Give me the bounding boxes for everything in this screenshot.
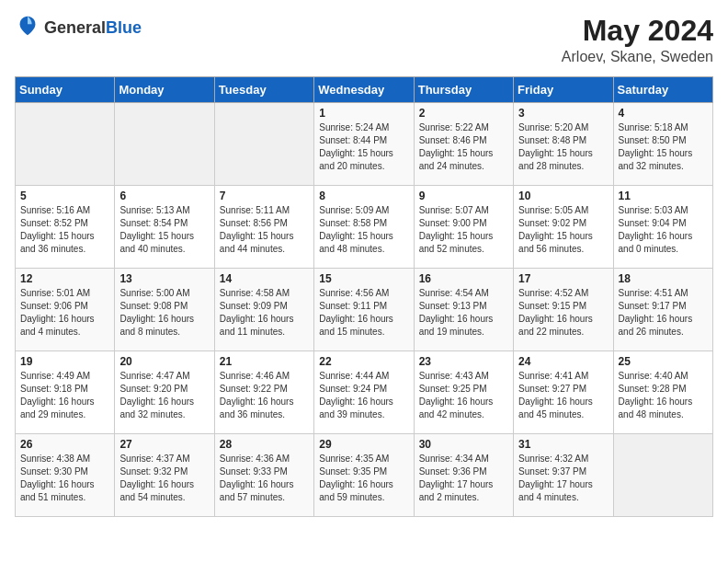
day-number: 8 (319, 190, 408, 202)
day-number: 9 (419, 190, 508, 202)
calendar-cell: 6Sunrise: 5:13 AM Sunset: 8:54 PM Daylig… (115, 186, 214, 269)
day-info: Sunrise: 4:47 AM Sunset: 9:20 PM Dayligh… (119, 370, 209, 421)
day-info: Sunrise: 4:54 AM Sunset: 9:13 PM Dayligh… (419, 287, 508, 339)
day-number: 25 (619, 355, 708, 368)
title-block: May 2024 Arloev, Skane, Sweden (562, 15, 713, 65)
day-info: Sunrise: 4:46 AM Sunset: 9:22 PM Dayligh… (220, 370, 309, 421)
calendar-cell: 29Sunrise: 4:35 AM Sunset: 9:35 PM Dayli… (314, 434, 414, 517)
day-number: 13 (119, 272, 209, 285)
day-number: 23 (419, 355, 508, 368)
calendar-cell: 16Sunrise: 4:54 AM Sunset: 9:13 PM Dayli… (414, 269, 513, 351)
logo: GeneralBlue (15, 15, 142, 40)
calendar-cell: 24Sunrise: 4:41 AM Sunset: 9:27 PM Dayli… (514, 351, 613, 434)
day-number: 7 (220, 190, 309, 202)
day-info: Sunrise: 5:09 AM Sunset: 8:58 PM Dayligh… (319, 204, 408, 256)
location-title: Arloev, Skane, Sweden (562, 49, 713, 65)
logo-icon (15, 13, 40, 39)
day-info: Sunrise: 4:40 AM Sunset: 9:28 PM Dayligh… (619, 370, 708, 421)
calendar-cell: 5Sunrise: 5:16 AM Sunset: 8:52 PM Daylig… (16, 186, 115, 269)
day-info: Sunrise: 4:38 AM Sunset: 9:30 PM Dayligh… (20, 453, 109, 504)
day-number: 26 (20, 438, 109, 451)
calendar-cell: 3Sunrise: 5:20 AM Sunset: 8:48 PM Daylig… (514, 103, 613, 186)
calendar-cell: 15Sunrise: 4:56 AM Sunset: 9:11 PM Dayli… (314, 269, 414, 351)
calendar-week-row: 19Sunrise: 4:49 AM Sunset: 9:18 PM Dayli… (16, 351, 713, 434)
day-number: 19 (20, 355, 109, 368)
month-title: May 2024 (562, 15, 713, 47)
calendar-cell: 23Sunrise: 4:43 AM Sunset: 9:25 PM Dayli… (414, 351, 513, 434)
day-info: Sunrise: 4:37 AM Sunset: 9:32 PM Dayligh… (119, 453, 209, 504)
day-number: 20 (119, 355, 209, 368)
calendar-cell: 1Sunrise: 5:24 AM Sunset: 8:44 PM Daylig… (314, 103, 414, 186)
calendar-cell (16, 103, 115, 186)
calendar-cell: 7Sunrise: 5:11 AM Sunset: 8:56 PM Daylig… (214, 186, 313, 269)
calendar-cell: 20Sunrise: 4:47 AM Sunset: 9:20 PM Dayli… (115, 351, 214, 434)
day-info: Sunrise: 4:44 AM Sunset: 9:24 PM Dayligh… (319, 370, 408, 421)
day-number: 4 (619, 107, 708, 120)
calendar-cell: 4Sunrise: 5:18 AM Sunset: 8:50 PM Daylig… (613, 103, 712, 186)
day-info: Sunrise: 5:24 AM Sunset: 8:44 PM Dayligh… (319, 121, 408, 173)
calendar-cell (613, 434, 712, 517)
calendar-cell: 22Sunrise: 4:44 AM Sunset: 9:24 PM Dayli… (314, 351, 414, 434)
day-info: Sunrise: 4:56 AM Sunset: 9:11 PM Dayligh… (319, 287, 408, 339)
weekday-header-cell: Saturday (613, 77, 712, 103)
day-number: 14 (220, 272, 309, 285)
day-number: 22 (319, 355, 408, 368)
calendar-cell: 2Sunrise: 5:22 AM Sunset: 8:46 PM Daylig… (414, 103, 513, 186)
calendar-cell: 11Sunrise: 5:03 AM Sunset: 9:04 PM Dayli… (613, 186, 712, 269)
calendar-week-row: 26Sunrise: 4:38 AM Sunset: 9:30 PM Dayli… (16, 434, 713, 517)
day-info: Sunrise: 5:00 AM Sunset: 9:08 PM Dayligh… (119, 287, 209, 339)
calendar-cell: 31Sunrise: 4:32 AM Sunset: 9:37 PM Dayli… (514, 434, 613, 517)
calendar-body: 1Sunrise: 5:24 AM Sunset: 8:44 PM Daylig… (16, 103, 713, 517)
day-info: Sunrise: 4:36 AM Sunset: 9:33 PM Dayligh… (220, 453, 309, 504)
day-info: Sunrise: 5:22 AM Sunset: 8:46 PM Dayligh… (419, 121, 508, 173)
calendar-cell: 25Sunrise: 4:40 AM Sunset: 9:28 PM Dayli… (613, 351, 712, 434)
calendar-cell: 30Sunrise: 4:34 AM Sunset: 9:36 PM Dayli… (414, 434, 513, 517)
weekday-header-cell: Thursday (414, 77, 513, 103)
day-info: Sunrise: 5:18 AM Sunset: 8:50 PM Dayligh… (619, 121, 708, 173)
weekday-header-cell: Sunday (16, 77, 115, 103)
day-info: Sunrise: 4:34 AM Sunset: 9:36 PM Dayligh… (419, 453, 508, 504)
calendar-cell: 10Sunrise: 5:05 AM Sunset: 9:02 PM Dayli… (514, 186, 613, 269)
day-info: Sunrise: 4:35 AM Sunset: 9:35 PM Dayligh… (319, 453, 408, 504)
calendar-cell (115, 103, 214, 186)
day-info: Sunrise: 4:43 AM Sunset: 9:25 PM Dayligh… (419, 370, 508, 421)
day-number: 30 (419, 438, 508, 451)
day-info: Sunrise: 5:07 AM Sunset: 9:00 PM Dayligh… (419, 204, 508, 256)
day-number: 17 (518, 272, 608, 285)
logo-general-text: General (44, 18, 106, 37)
day-number: 29 (319, 438, 408, 451)
calendar-week-row: 12Sunrise: 5:01 AM Sunset: 9:06 PM Dayli… (16, 269, 713, 351)
weekday-header-cell: Monday (115, 77, 214, 103)
day-info: Sunrise: 4:52 AM Sunset: 9:15 PM Dayligh… (518, 287, 608, 339)
weekday-header-row: SundayMondayTuesdayWednesdayThursdayFrid… (16, 77, 713, 103)
calendar-cell: 14Sunrise: 4:58 AM Sunset: 9:09 PM Dayli… (214, 269, 313, 351)
calendar-week-row: 1Sunrise: 5:24 AM Sunset: 8:44 PM Daylig… (16, 103, 713, 186)
calendar-cell: 26Sunrise: 4:38 AM Sunset: 9:30 PM Dayli… (16, 434, 115, 517)
day-info: Sunrise: 5:11 AM Sunset: 8:56 PM Dayligh… (220, 204, 309, 256)
calendar-cell: 9Sunrise: 5:07 AM Sunset: 9:00 PM Daylig… (414, 186, 513, 269)
day-number: 24 (518, 355, 608, 368)
day-number: 6 (119, 190, 209, 202)
day-number: 2 (419, 107, 508, 120)
day-number: 11 (619, 190, 708, 202)
day-number: 21 (220, 355, 309, 368)
calendar-cell: 18Sunrise: 4:51 AM Sunset: 9:17 PM Dayli… (613, 269, 712, 351)
day-info: Sunrise: 4:58 AM Sunset: 9:09 PM Dayligh… (220, 287, 309, 339)
day-number: 5 (20, 190, 109, 202)
weekday-header-cell: Tuesday (214, 77, 313, 103)
weekday-header-cell: Wednesday (314, 77, 414, 103)
day-info: Sunrise: 5:05 AM Sunset: 9:02 PM Dayligh… (518, 204, 608, 256)
calendar-cell: 21Sunrise: 4:46 AM Sunset: 9:22 PM Dayli… (214, 351, 313, 434)
day-info: Sunrise: 4:51 AM Sunset: 9:17 PM Dayligh… (619, 287, 708, 339)
day-info: Sunrise: 4:32 AM Sunset: 9:37 PM Dayligh… (518, 453, 608, 504)
calendar-cell: 8Sunrise: 5:09 AM Sunset: 8:58 PM Daylig… (314, 186, 414, 269)
day-info: Sunrise: 5:20 AM Sunset: 8:48 PM Dayligh… (518, 121, 608, 173)
logo-blue-text: Blue (106, 18, 142, 37)
calendar-cell: 19Sunrise: 4:49 AM Sunset: 9:18 PM Dayli… (16, 351, 115, 434)
day-number: 28 (220, 438, 309, 451)
day-info: Sunrise: 5:03 AM Sunset: 9:04 PM Dayligh… (619, 204, 708, 256)
day-info: Sunrise: 5:13 AM Sunset: 8:54 PM Dayligh… (119, 204, 209, 256)
day-info: Sunrise: 4:49 AM Sunset: 9:18 PM Dayligh… (20, 370, 109, 421)
calendar-cell: 12Sunrise: 5:01 AM Sunset: 9:06 PM Dayli… (16, 269, 115, 351)
day-info: Sunrise: 4:41 AM Sunset: 9:27 PM Dayligh… (518, 370, 608, 421)
